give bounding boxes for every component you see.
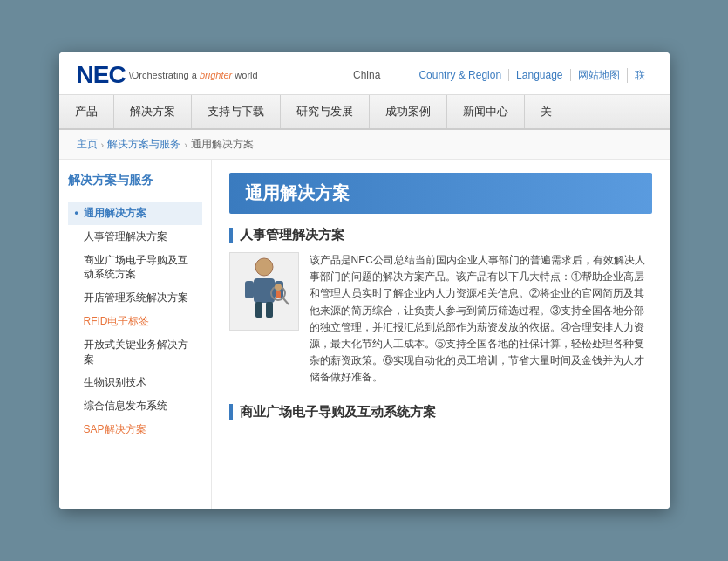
sidebar-item-mall[interactable]: 商业广场电子导购及互动系统方案 [68, 249, 202, 287]
svg-rect-5 [266, 302, 273, 318]
hr-image [229, 252, 299, 331]
svg-line-7 [283, 298, 289, 304]
content-area: 解决方案与服务 • 通用解决方案 人事管理解决方案 商业广场电子导购及互动系统方… [59, 160, 670, 509]
svg-point-0 [255, 258, 273, 276]
tagline-a: a [192, 70, 200, 80]
main-content: 通用解决方案 人事管理解决方案 [212, 160, 670, 509]
header-links: Country & Region Language 网站地图 联 [398, 68, 651, 83]
tagline-brighter: brighter [200, 70, 232, 80]
nec-logo: NEC [77, 63, 126, 87]
breadcrumb-home[interactable]: 主页 [77, 137, 98, 152]
sitemap-link[interactable]: 网站地图 [571, 68, 628, 83]
contact-link[interactable]: 联 [628, 68, 652, 83]
breadcrumb-sep1: › [101, 140, 105, 150]
svg-rect-9 [276, 291, 281, 298]
logo-tagline: \Orchestrating a brighter world [129, 70, 258, 80]
nav-products[interactable]: 产品 [59, 95, 114, 128]
language-link[interactable]: Language [509, 69, 570, 81]
section-hr-text: 该产品是NEC公司总结当前国内企业人事部门的普遍需求后，有效解决人事部门的问题的… [310, 252, 652, 387]
nav-research[interactable]: 研究与发展 [281, 95, 370, 128]
sidebar-item-rfid[interactable]: RFID电子标签 [68, 310, 202, 333]
svg-point-8 [275, 284, 282, 291]
nav-solutions[interactable]: 解决方案 [114, 95, 192, 128]
svg-rect-4 [255, 302, 262, 318]
tagline-world: world [235, 70, 257, 80]
nav-news[interactable]: 新闻中心 [447, 95, 525, 128]
sidebar-item-info[interactable]: 综合信息发布系统 [68, 394, 202, 418]
breadcrumb-solutions[interactable]: 解决方案与服务 [107, 137, 180, 152]
section-mall: 商业广场电子导购及互动系统方案 [229, 404, 652, 421]
section-title-bar2 [229, 404, 233, 420]
sidebar-item-general[interactable]: • 通用解决方案 [68, 202, 202, 225]
site-header: NEC \Orchestrating a brighter world Chin… [59, 52, 670, 95]
page-title: 通用解决方案 [229, 173, 652, 214]
country-region-link[interactable]: Country & Region [412, 69, 509, 81]
breadcrumb-current: 通用解决方案 [191, 137, 254, 152]
header-right: China Country & Region Language 网站地图 联 [336, 68, 651, 83]
nav-cases[interactable]: 成功案例 [370, 95, 447, 128]
nav-about[interactable]: 关 [525, 95, 568, 128]
sidebar-item-open[interactable]: 开放式关键业务解决方案 [68, 333, 202, 372]
sidebar-item-shop[interactable]: 开店管理系统解决方案 [68, 286, 202, 310]
sidebar-title: 解决方案与服务 [68, 173, 202, 193]
main-nav: 产品 解决方案 支持与下载 研究与发展 成功案例 新闻中心 关 [59, 95, 670, 130]
bullet-icon: • [75, 207, 78, 219]
hr-figure [229, 252, 299, 331]
china-label: China [336, 69, 398, 81]
section-hr-body: 该产品是NEC公司总结当前国内企业人事部门的普遍需求后，有效解决人事部门的问题的… [229, 252, 652, 387]
logo-area: NEC \Orchestrating a brighter world [77, 63, 258, 87]
section-hr: 人事管理解决方案 [229, 227, 652, 387]
section-hr-title: 人事管理解决方案 [229, 227, 652, 243]
nav-support[interactable]: 支持与下载 [192, 95, 281, 128]
sidebar-item-sap[interactable]: SAP解决方案 [68, 418, 202, 441]
section-mall-title: 商业广场电子导购及互动系统方案 [229, 404, 652, 421]
sidebar-item-bio[interactable]: 生物识别技术 [68, 371, 202, 394]
svg-rect-2 [245, 281, 254, 298]
breadcrumb-sep2: › [184, 140, 187, 150]
sidebar: 解决方案与服务 • 通用解决方案 人事管理解决方案 商业广场电子导购及互动系统方… [59, 160, 212, 509]
tagline-orchestrating: \Orchestrating [129, 70, 189, 80]
section-title-bar [229, 228, 233, 243]
breadcrumb: 主页 › 解决方案与服务 › 通用解决方案 [59, 130, 670, 160]
sidebar-item-hr[interactable]: 人事管理解决方案 [68, 225, 202, 249]
